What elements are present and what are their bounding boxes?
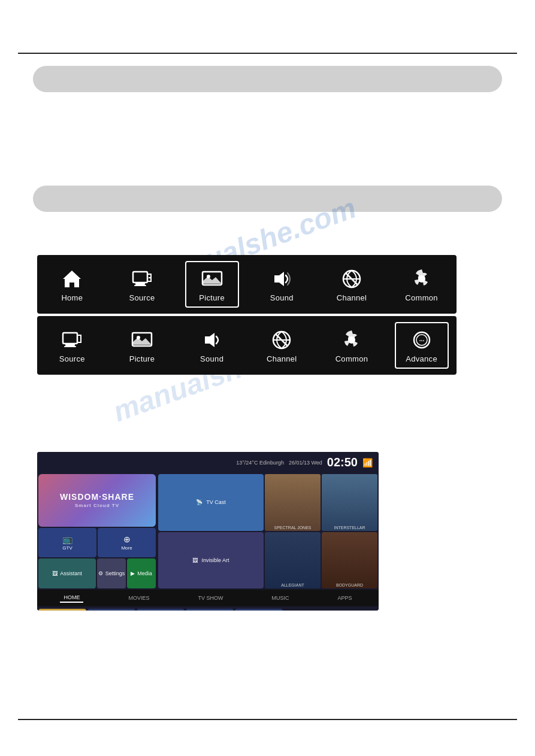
- tv-date: 26/01/13 Wed: [289, 460, 322, 466]
- tv-logo-text: WISDOM·SHARE: [60, 492, 134, 502]
- tv-art-label: Invisible Art: [201, 557, 229, 563]
- tv-logo-block[interactable]: WISDOM·SHARE Smart Cloud TV: [38, 474, 156, 527]
- tv-settings-label: Settings: [105, 570, 125, 576]
- tv-add-app-2[interactable]: + Add APP: [137, 609, 185, 611]
- tv-content-area: WISDOM·SHARE Smart Cloud TV 📺 GTV ⊕ More…: [37, 473, 379, 590]
- tv-cast-label: TV Cast: [206, 499, 226, 505]
- svg-text:···: ···: [419, 338, 424, 344]
- svg-rect-1: [135, 283, 145, 285]
- tv-nav-home[interactable]: HOME: [60, 593, 83, 603]
- menu-item-2-common[interactable]: Common: [325, 322, 379, 369]
- tv-top-bar: 13°/24°C Edinburgh 26/01/13 Wed 02:50 📶: [37, 452, 379, 473]
- tv-right-movies: SPECTRAL JONES INTERSTELLAR ALLEGIANT BO…: [265, 473, 379, 590]
- art-icon: 🖼: [192, 557, 198, 563]
- cast-icon: 📡: [196, 499, 202, 505]
- tv-nav-tvshow[interactable]: TV SHOW: [194, 594, 226, 602]
- settings-icon: ⚙: [98, 570, 103, 576]
- tv-logo-sub: Smart Cloud TV: [75, 503, 119, 508]
- tv-left-column: WISDOM·SHARE Smart Cloud TV 📺 GTV ⊕ More…: [37, 473, 157, 590]
- svg-rect-11: [63, 333, 77, 344]
- tv-add-app-3[interactable]: + Add APP: [186, 609, 234, 611]
- tv-time: 02:50: [327, 456, 358, 469]
- tv-movie-tile-2[interactable]: INTERSTELLAR: [322, 474, 377, 531]
- tv-add-app-1[interactable]: + Add APP: [87, 609, 135, 611]
- more-icon: ⊕: [123, 535, 131, 544]
- tv-icon: 📺: [62, 535, 72, 544]
- menu-bar-2: Source Picture Sound Channel: [37, 316, 457, 375]
- assistant-icon: 🖼: [52, 570, 58, 576]
- tv-movie-label-2: INTERSTELLAR: [323, 526, 376, 530]
- tv-settings-tile[interactable]: ⚙ Settings: [97, 558, 126, 588]
- tv-media-label: Media: [137, 570, 152, 576]
- tv-more-label: More: [121, 545, 132, 551]
- tv-cast-tile[interactable]: 📡 TV Cast: [158, 474, 264, 531]
- menu-item-home[interactable]: Home: [45, 261, 99, 308]
- tv-movie-label-1: SPECTRAL JONES: [266, 526, 319, 530]
- tv-movie-tile-1[interactable]: SPECTRAL JONES: [265, 474, 321, 531]
- tv-nav-apps[interactable]: APPS: [334, 594, 355, 602]
- tv-movie-tile-4[interactable]: BODYGUARD: [322, 532, 377, 589]
- svg-marker-6: [274, 272, 284, 286]
- tv-apps-row: ⊞ My Apps + Add APP + Add APP + Add APP …: [37, 606, 379, 611]
- media-icon: ▶: [131, 570, 135, 576]
- top-rule: [18, 53, 517, 54]
- tv-add-app-4[interactable]: + Add APP: [235, 609, 283, 611]
- tv-more-tile[interactable]: ⊕ More: [98, 528, 156, 558]
- tv-row-3: 🖼 Assistant ⚙ Settings ▶ Media: [38, 558, 156, 588]
- tv-art-tile[interactable]: 🖼 Invisible Art: [158, 532, 264, 589]
- tv-assistant-tile[interactable]: 🖼 Assistant: [38, 558, 96, 588]
- svg-rect-13: [64, 346, 76, 347]
- menu-item-picture[interactable]: Picture: [185, 261, 239, 308]
- tv-gtv-tile[interactable]: 📺 GTV: [38, 528, 96, 558]
- menu-item-2-sound[interactable]: Sound: [185, 322, 239, 369]
- menu-item-2-channel[interactable]: Channel: [255, 322, 309, 369]
- svg-marker-16: [205, 333, 214, 347]
- menu-item-common[interactable]: Common: [395, 261, 449, 308]
- tv-nav-bar: HOME MOVIES TV SHOW MUSIC APPS: [37, 590, 379, 606]
- menu-bar-1: Home Source Picture Sound: [37, 255, 457, 314]
- svg-rect-0: [133, 272, 147, 283]
- svg-rect-2: [134, 285, 146, 286]
- tv-weather: 13°/24°C Edinburgh: [236, 460, 284, 466]
- menu-item-2-source[interactable]: Source: [45, 322, 99, 369]
- menu-item-source[interactable]: Source: [115, 261, 169, 308]
- svg-rect-12: [65, 344, 75, 346]
- tv-media-tile[interactable]: ▶ Media: [127, 558, 156, 588]
- menu-item-channel[interactable]: Channel: [325, 261, 379, 308]
- menu-item-2-advance[interactable]: ··· Advance: [395, 322, 449, 369]
- tv-movie-label-4: BODYGUARD: [323, 583, 376, 587]
- tv-gtv-label: GTV: [62, 545, 72, 551]
- tv-nav-movies[interactable]: MOVIES: [125, 594, 153, 602]
- tv-wifi-icon: 📶: [362, 458, 373, 467]
- smart-tv-screen: 13°/24°C Edinburgh 26/01/13 Wed 02:50 📶 …: [37, 452, 379, 611]
- tv-my-apps-tile[interactable]: ⊞ My Apps: [38, 609, 86, 611]
- tv-assistant-label: Assistant: [60, 570, 82, 576]
- tv-nav-music[interactable]: MUSIC: [268, 594, 292, 602]
- menu-item-sound[interactable]: Sound: [255, 261, 309, 308]
- tv-movie-tile-3[interactable]: ALLEGIANT: [265, 532, 321, 589]
- tv-center-tiles: 📡 TV Cast 🖼 Invisible Art: [157, 473, 265, 590]
- pill-bar-2: [33, 186, 502, 212]
- menu-item-2-picture[interactable]: Picture: [115, 322, 169, 369]
- bottom-rule: [18, 719, 517, 720]
- tv-row-2: 📺 GTV ⊕ More: [38, 528, 156, 558]
- pill-bar-1: [33, 66, 502, 92]
- tv-movie-label-3: ALLEGIANT: [266, 583, 319, 587]
